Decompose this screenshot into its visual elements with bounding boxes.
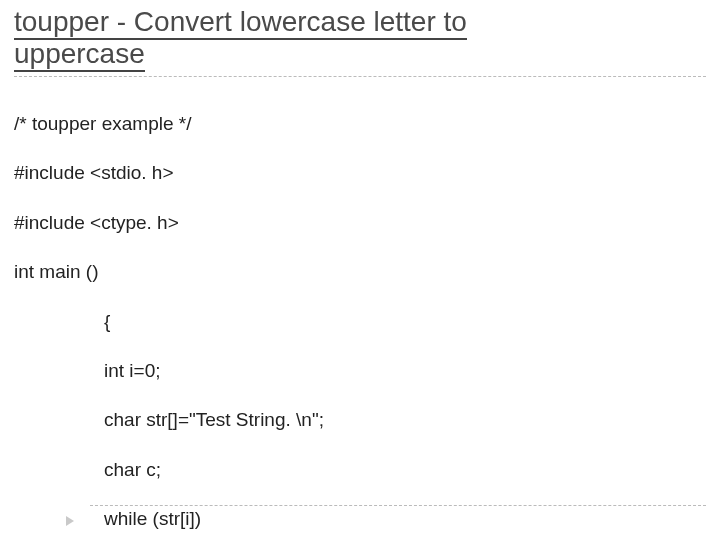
code-block: /* toupper example */ #include <stdio. h…	[14, 87, 706, 540]
code-line: char str[]="Test String. \n";	[14, 408, 706, 433]
code-line: int i=0;	[14, 359, 706, 384]
divider-bottom	[90, 505, 706, 506]
code-line: int main ()	[14, 260, 706, 285]
code-line: while (str[i])	[14, 507, 706, 532]
code-line: {	[14, 310, 706, 335]
title-line-2: uppercase	[14, 38, 145, 72]
code-line: /* toupper example */	[14, 112, 706, 137]
code-line: #include <ctype. h>	[14, 211, 706, 236]
title-line-1: toupper - Convert lowercase letter to	[14, 6, 467, 40]
bullet-marker-icon	[66, 516, 74, 526]
page-title: toupper - Convert lowercase letter to up…	[14, 6, 706, 70]
code-line: char c;	[14, 458, 706, 483]
divider-top	[14, 76, 706, 77]
code-line: #include <stdio. h>	[14, 161, 706, 186]
slide: toupper - Convert lowercase letter to up…	[0, 0, 720, 540]
